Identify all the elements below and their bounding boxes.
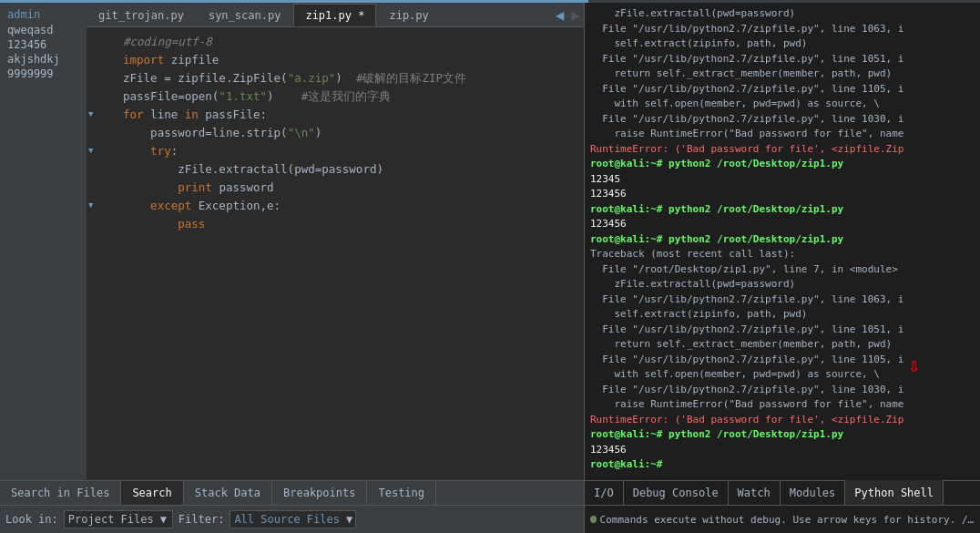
- filter-label: Filter:: [179, 513, 225, 526]
- sidebar-item-3: 9999999: [7, 67, 79, 80]
- look-in-dropdown-arrow[interactable]: ▼: [158, 513, 169, 526]
- tab-search-in-files[interactable]: Search in Files: [0, 481, 121, 505]
- t-line-6: File "/usr/lib/python2.7/zipfile.py", li…: [590, 82, 975, 97]
- red-arrow-overlay: ⇩: [908, 351, 920, 381]
- t-line-21: self.extract(zipinfo, path, pwd): [590, 307, 975, 323]
- tab-testing[interactable]: Testing: [367, 481, 436, 505]
- sidebar-item-2: akjshdkj: [7, 53, 79, 66]
- code-line-3: zFile = zipfile.ZipFile("a.zip") #破解的目标Z…: [87, 69, 584, 87]
- tab-search[interactable]: Search: [121, 481, 183, 505]
- t-line-26: File "/usr/lib/python2.7/zipfile.py", li…: [590, 383, 975, 398]
- filter-value: All Source Files: [230, 513, 343, 526]
- terminal-pane: zFile.extractall(pwd=password) File "/us…: [584, 3, 980, 480]
- tab-git-trojan[interactable]: git_trojan.py: [87, 4, 196, 26]
- t-line-12: 12345: [590, 172, 975, 188]
- look-in-label: Look in:: [5, 513, 58, 526]
- t-line-4: File "/usr/lib/python2.7/zipfile.py", li…: [590, 52, 975, 67]
- filter-dropdown-arrow[interactable]: ▼: [343, 513, 355, 526]
- t-line-11: root@kali:~# python2 /root/Desktop/zip1.…: [590, 157, 975, 172]
- t-line-20: File "/usr/lib/python2.7/zipfile.py", li…: [590, 292, 975, 308]
- bottom-bar: Search in Files Search Stack Data Breakp…: [0, 480, 980, 533]
- t-line-31: root@kali:~#: [590, 457, 975, 473]
- debug-status-bar: Commands execute without debug. Use arro…: [584, 506, 980, 533]
- code-line-8: zFile.extractall(pwd=password): [87, 160, 584, 179]
- tab-zip1[interactable]: zip1.py *: [293, 4, 376, 26]
- sidebar-username: admin: [7, 8, 79, 21]
- sidebar: admin qweqasd 123456 akjshdkj 9999999: [0, 3, 87, 480]
- debug-dot: [590, 516, 597, 523]
- t-line-9: raise RuntimeError("Bad password for fil…: [590, 127, 975, 142]
- t-line-17: Traceback (most recent call last):: [590, 247, 975, 262]
- tab-breakpoints[interactable]: Breakpoints: [272, 481, 367, 505]
- t-line-14: root@kali:~# python2 /root/Desktop/zip1.…: [590, 202, 975, 218]
- tab-debug-console[interactable]: Debug Console: [624, 480, 729, 505]
- t-line-3: self.extract(zipinfo, path, pwd): [590, 36, 975, 52]
- t-line-30: 123456: [590, 443, 975, 458]
- t-line-22: File "/usr/lib/python2.7/zipfile.py", li…: [590, 323, 975, 338]
- terminal-output[interactable]: zFile.extractall(pwd=password) File "/us…: [585, 3, 980, 480]
- t-line-1: zFile.extractall(pwd=password): [590, 6, 975, 22]
- sidebar-item-1: 123456: [7, 38, 79, 51]
- t-line-28: RuntimeError: ('Bad password for file', …: [590, 413, 975, 428]
- code-line-4: passFile=open("1.txt") #这是我们的字典: [87, 87, 584, 106]
- editor-tabs: git_trojan.py syn_scan.py zip1.py * zip.…: [87, 3, 584, 27]
- nav-arrow-right[interactable]: ▶: [567, 4, 584, 26]
- code-line-9: print password: [87, 179, 584, 197]
- t-line-15: 123456: [590, 217, 975, 232]
- t-line-7: with self.open(member, pwd=pwd) as sourc…: [590, 97, 975, 112]
- code-line-7: ▼ try:: [87, 142, 584, 160]
- t-line-16: root@kali:~# python2 /root/Desktop/zip1.…: [590, 232, 975, 248]
- tab-io[interactable]: I/O: [585, 480, 624, 505]
- code-line-6: password=line.strip("\n"): [87, 124, 584, 142]
- tab-syn-scan[interactable]: syn_scan.py: [197, 4, 292, 26]
- code-line-1: #coding=utf-8: [87, 33, 584, 51]
- t-line-5: return self._extract_member(member, path…: [590, 67, 975, 82]
- nav-arrow-left[interactable]: ◀: [552, 4, 568, 26]
- code-editor[interactable]: #coding=utf-8 import zipfile zFile = zip…: [87, 27, 584, 480]
- tab-modules[interactable]: Modules: [781, 480, 846, 505]
- t-line-2: File "/usr/lib/python2.7/zipfile.py", li…: [590, 22, 975, 37]
- t-line-10: RuntimeError: ('Bad password for file', …: [590, 142, 975, 158]
- editor-pane: git_trojan.py syn_scan.py zip1.py * zip.…: [87, 3, 584, 480]
- code-line-2: import zipfile: [87, 51, 584, 69]
- t-line-19: zFile.extractall(pwd=password): [590, 277, 975, 292]
- tab-watch[interactable]: Watch: [729, 480, 781, 505]
- t-line-18: File "/root/Desktop/zip1.py", line 7, in…: [590, 262, 975, 278]
- debug-status-text: Commands execute without debug. Use arro…: [600, 514, 975, 526]
- t-line-13: 123456: [590, 187, 975, 202]
- code-line-11: pass: [87, 215, 584, 233]
- look-in-value: Project Files: [65, 513, 158, 526]
- tab-zip[interactable]: zip.py: [377, 4, 440, 26]
- code-line-5: ▼ for line in passFile:: [87, 106, 584, 124]
- tab-stack-data[interactable]: Stack Data: [184, 481, 272, 505]
- search-row: Look in: Project Files ▼ Filter: All Sou…: [0, 506, 584, 533]
- t-line-27: raise RuntimeError("Bad password for fil…: [590, 397, 975, 413]
- t-line-8: File "/usr/lib/python2.7/zipfile.py", li…: [590, 112, 975, 128]
- t-line-29: root@kali:~# python2 /root/Desktop/zip1.…: [590, 427, 975, 443]
- code-line-10: ▼ except Exception,e:: [87, 197, 584, 215]
- sidebar-item-0: qweqasd: [7, 24, 79, 36]
- tab-python-shell[interactable]: Python Shell: [845, 480, 944, 505]
